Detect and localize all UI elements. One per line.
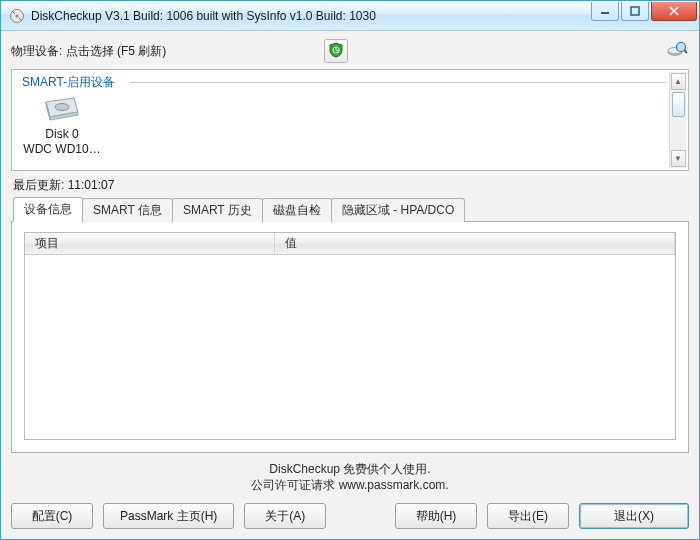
device-list: SMART-启用设备 Disk 0 WDC WD10… xyxy=(11,69,689,171)
help-button[interactable]: 帮助(H) xyxy=(395,503,477,529)
title-bar: DiskCheckup V3.1 Build: 1006 built with … xyxy=(1,1,699,31)
refresh-button[interactable] xyxy=(324,39,348,63)
export-button[interactable]: 导出(E) xyxy=(487,503,569,529)
group-divider xyxy=(130,82,666,83)
tab-hidden-area[interactable]: 隐藏区域 - HPA/DCO xyxy=(331,198,465,222)
hard-disk-icon xyxy=(22,95,102,123)
svg-rect-3 xyxy=(631,7,639,15)
client-area: 物理设备: 点击选择 (F5 刷新) xyxy=(1,31,699,539)
list-body[interactable] xyxy=(25,255,675,439)
tab-content: 项目 值 xyxy=(11,221,689,453)
scroll-down-button[interactable]: ▼ xyxy=(671,150,686,167)
config-button[interactable]: 配置(C) xyxy=(11,503,93,529)
last-update-label: 最后更新: 11:01:07 xyxy=(13,177,689,194)
tab-smart-history[interactable]: SMART 历史 xyxy=(172,198,263,222)
minimize-button[interactable] xyxy=(591,2,619,21)
scroll-thumb[interactable] xyxy=(672,92,685,117)
app-window: DiskCheckup V3.1 Build: 1006 built with … xyxy=(0,0,700,540)
property-list[interactable]: 项目 值 xyxy=(24,232,676,440)
footer-line2: 公司许可证请求 www.passmark.com. xyxy=(11,477,689,493)
device-list-scrollbar[interactable]: ▲ ▼ xyxy=(669,72,686,168)
about-button[interactable]: 关于(A) xyxy=(244,503,326,529)
device-item[interactable]: Disk 0 WDC WD10… xyxy=(22,95,102,157)
window-controls xyxy=(591,1,699,30)
app-icon xyxy=(9,8,25,24)
window-title: DiskCheckup V3.1 Build: 1006 built with … xyxy=(31,9,591,23)
column-header-project[interactable]: 项目 xyxy=(25,233,275,254)
close-button[interactable] xyxy=(651,2,697,21)
device-model: WDC WD10… xyxy=(22,142,102,157)
tab-smart-info[interactable]: SMART 信息 xyxy=(82,198,173,222)
svg-rect-2 xyxy=(601,12,609,14)
svg-point-9 xyxy=(55,104,69,111)
device-selector-row: 物理设备: 点击选择 (F5 刷新) xyxy=(11,37,689,65)
svg-line-8 xyxy=(684,50,687,53)
homepage-button[interactable]: PassMark 主页(H) xyxy=(103,503,234,529)
footer-line1: DiskCheckup 免费供个人使用. xyxy=(11,461,689,477)
list-header: 项目 值 xyxy=(25,233,675,255)
tab-device-info[interactable]: 设备信息 xyxy=(13,197,83,222)
device-name: Disk 0 xyxy=(22,127,102,142)
tab-strip: 设备信息 SMART 信息 SMART 历史 磁盘自检 隐藏区域 - HPA/D… xyxy=(13,196,689,221)
device-group-header: SMART-启用设备 xyxy=(22,74,115,91)
disk-magnifier-icon xyxy=(666,39,688,64)
scroll-up-button[interactable]: ▲ xyxy=(671,73,686,90)
button-row: 配置(C) PassMark 主页(H) 关于(A) 帮助(H) 导出(E) 退… xyxy=(11,503,689,529)
exit-button[interactable]: 退出(X) xyxy=(579,503,689,529)
footer-note: DiskCheckup 免费供个人使用. 公司许可证请求 www.passmar… xyxy=(11,453,689,493)
scroll-track[interactable] xyxy=(671,91,686,149)
tab-self-test[interactable]: 磁盘自检 xyxy=(262,198,332,222)
device-select-label: 物理设备: 点击选择 (F5 刷新) xyxy=(11,43,166,60)
svg-point-1 xyxy=(16,14,19,17)
maximize-button[interactable] xyxy=(621,2,649,21)
shield-icon xyxy=(328,42,344,61)
column-header-value[interactable]: 值 xyxy=(275,233,675,254)
inspect-button[interactable] xyxy=(665,39,689,63)
